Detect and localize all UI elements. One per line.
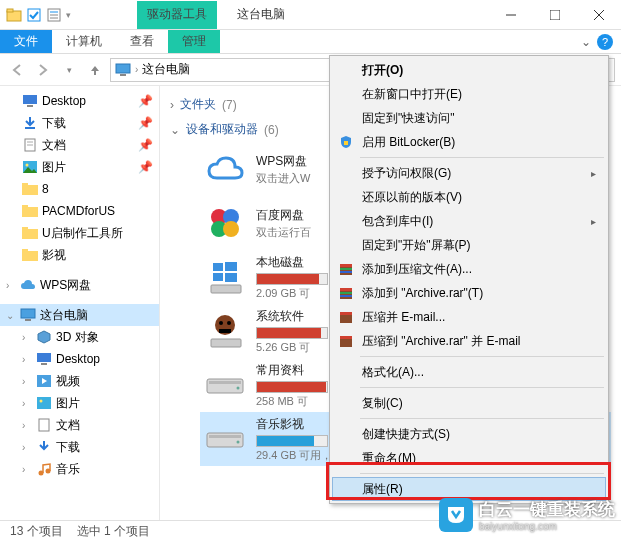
svg-point-55 (237, 387, 240, 390)
desktop-icon (36, 351, 52, 367)
cm-pin-quick-access[interactable]: 固定到"快速访问" (332, 106, 606, 130)
baidu-drive-icon (204, 202, 246, 244)
menu-separator (360, 418, 604, 419)
tree-pacmd[interactable]: PACMDforUS (0, 200, 159, 222)
svg-rect-54 (209, 381, 241, 384)
tree-music[interactable]: ›音乐 (0, 458, 159, 480)
tree-desktop[interactable]: Desktop📌 (0, 90, 159, 112)
tree-downloads2[interactable]: ›下载 (0, 436, 159, 458)
tree-videos2[interactable]: ›视频 (0, 370, 159, 392)
svg-rect-34 (37, 397, 51, 409)
tree-3d[interactable]: ›3D 对象 (0, 326, 159, 348)
svg-point-20 (26, 164, 29, 167)
tree-thispc[interactable]: ⌄这台电脑 (0, 304, 159, 326)
chevron-right-icon: ▸ (591, 216, 596, 227)
chevron-right-icon[interactable]: › (22, 464, 32, 475)
chevron-right-icon[interactable]: › (22, 332, 32, 343)
tree-folder-8[interactable]: 8 (0, 178, 159, 200)
avatar-drive-icon (204, 310, 246, 352)
svg-point-58 (237, 441, 240, 444)
cm-zip-rar-email[interactable]: 压缩到 "Archive.rar" 并 E-mail (332, 329, 606, 353)
minimize-button[interactable] (489, 1, 533, 29)
svg-point-35 (40, 400, 43, 403)
pc-icon (115, 63, 131, 77)
chevron-right-icon[interactable]: › (22, 354, 32, 365)
breadcrumb[interactable]: 这台电脑 (142, 61, 190, 78)
cm-pin-start[interactable]: 固定到"开始"屏幕(P) (332, 233, 606, 257)
svg-rect-52 (219, 329, 231, 333)
chevron-right-icon[interactable]: › (22, 398, 32, 409)
tree-downloads[interactable]: 下载📌 (0, 112, 159, 134)
ribbon-expand-icon[interactable]: ⌄ (581, 35, 591, 49)
cm-bitlocker[interactable]: 启用 BitLocker(B) (332, 130, 606, 154)
chevron-right-icon[interactable]: › (22, 442, 32, 453)
cm-restore-previous[interactable]: 还原以前的版本(V) (332, 185, 606, 209)
svg-rect-14 (27, 105, 33, 107)
cm-copy[interactable]: 复制(C) (332, 391, 606, 415)
properties-icon[interactable] (46, 7, 62, 23)
svg-rect-23 (22, 207, 38, 217)
tree-wps[interactable]: ›WPS网盘 (0, 274, 159, 296)
folder-icon (22, 181, 38, 197)
windows-drive-icon (204, 256, 246, 298)
winrar-icon (338, 333, 354, 349)
document-icon (36, 417, 52, 433)
chevron-right-icon[interactable]: › (22, 376, 32, 387)
tree-documents2[interactable]: ›文档 (0, 414, 159, 436)
pin-icon: 📌 (138, 94, 153, 108)
music-icon (36, 461, 52, 477)
cm-open-new-window[interactable]: 在新窗口中打开(E) (332, 82, 606, 106)
tree-pictures[interactable]: 图片📌 (0, 156, 159, 178)
recent-dropdown-icon[interactable]: ▾ (58, 59, 80, 81)
tree-desktop2[interactable]: ›Desktop (0, 348, 159, 370)
download-icon (22, 115, 38, 131)
svg-rect-43 (211, 285, 241, 293)
tab-computer[interactable]: 计算机 (52, 30, 116, 53)
svg-rect-12 (120, 74, 126, 76)
navigation-pane: Desktop📌 下载📌 文档📌 图片📌 8 PACMDforUS U启制作工具… (0, 86, 160, 520)
breadcrumb-chevron-icon[interactable]: › (135, 64, 138, 75)
cm-format[interactable]: 格式化(A)... (332, 360, 606, 384)
context-menu: 打开(O) 在新窗口中打开(E) 固定到"快速访问" 启用 BitLocker(… (329, 55, 609, 504)
tree-ustart[interactable]: U启制作工具所 (0, 222, 159, 244)
cm-open[interactable]: 打开(O) (332, 58, 606, 82)
tree-pictures2[interactable]: ›图片 (0, 392, 159, 414)
chevron-down-icon[interactable]: ⌄ (6, 310, 16, 321)
chevron-right-icon[interactable]: › (6, 280, 16, 291)
close-button[interactable] (577, 1, 621, 29)
menu-separator (360, 473, 604, 474)
cm-include-library[interactable]: 包含到库中(I)▸ (332, 209, 606, 233)
chevron-down-icon: ⌄ (170, 123, 180, 137)
maximize-button[interactable] (533, 1, 577, 29)
cm-zip-email[interactable]: 压缩并 E-mail... (332, 305, 606, 329)
cm-rename[interactable]: 重命名(M) (332, 446, 606, 470)
tab-view[interactable]: 查看 (116, 30, 168, 53)
up-button[interactable] (84, 59, 106, 81)
svg-rect-11 (116, 64, 130, 73)
help-icon[interactable]: ? (597, 34, 613, 50)
svg-rect-2 (28, 9, 40, 21)
tab-manage[interactable]: 管理 (168, 30, 220, 53)
cm-create-shortcut[interactable]: 创建快捷方式(S) (332, 422, 606, 446)
watermark-title: 白云一键重装系统 (479, 498, 615, 521)
winrar-icon (338, 309, 354, 325)
picture-icon (22, 159, 38, 175)
cm-add-rar[interactable]: 添加到 "Archive.rar"(T) (332, 281, 606, 305)
checkbox-icon[interactable] (26, 7, 42, 23)
tree-documents[interactable]: 文档📌 (0, 134, 159, 156)
tree-videos[interactable]: 影视 (0, 244, 159, 266)
svg-rect-1 (7, 9, 13, 12)
window-controls (489, 1, 621, 29)
qat-dropdown-icon[interactable]: ▾ (66, 10, 71, 20)
menu-separator (360, 157, 604, 158)
tab-file[interactable]: 文件 (0, 30, 52, 53)
svg-rect-59 (344, 141, 348, 145)
chevron-right-icon[interactable]: › (22, 420, 32, 431)
cm-add-archive[interactable]: 添加到压缩文件(A)... (332, 257, 606, 281)
picture-icon (36, 395, 52, 411)
menu-separator (360, 387, 604, 388)
back-button[interactable] (6, 59, 28, 81)
svg-rect-13 (23, 95, 37, 104)
cm-grant-access[interactable]: 授予访问权限(G)▸ (332, 161, 606, 185)
forward-button[interactable] (32, 59, 54, 81)
